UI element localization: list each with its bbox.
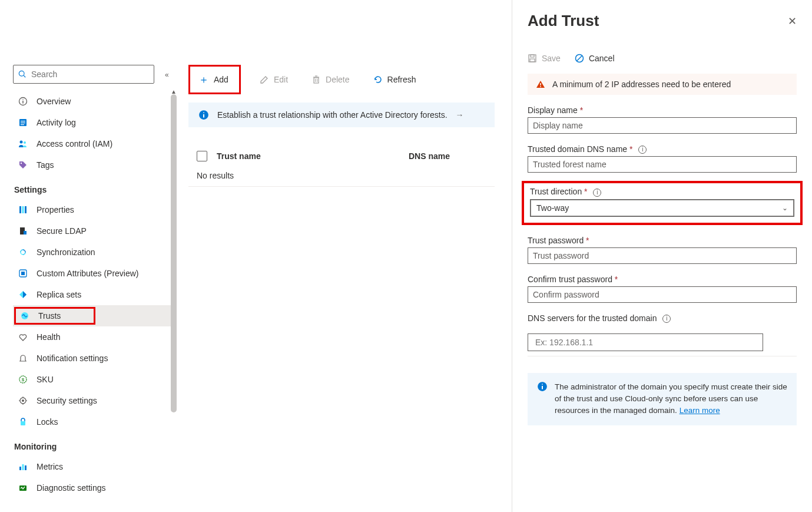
svg-rect-31 — [25, 465, 26, 470]
access-control-icon — [18, 138, 28, 149]
sidebar-item-replica-sets[interactable]: Replica sets — [13, 284, 171, 305]
sidebar-item-label: Diagnostic settings — [37, 483, 106, 493]
sidebar-item-tags[interactable]: Tags — [13, 154, 171, 176]
sidebar-item-label: Health — [37, 332, 60, 342]
info-help-icon[interactable]: i — [593, 189, 601, 197]
save-label: Save — [542, 54, 561, 63]
search-box[interactable] — [13, 65, 154, 84]
add-button[interactable]: ＋ Add — [194, 69, 233, 90]
cancel-button[interactable]: Cancel — [575, 54, 615, 63]
learn-more-link[interactable]: Learn more — [680, 406, 720, 415]
sidebar-item-label: Security settings — [37, 396, 97, 405]
admin-info-box: The administrator of the domain you spec… — [528, 373, 797, 425]
panel-title: Add Trust — [528, 12, 599, 30]
sidebar-item-access-control[interactable]: Access control (IAM) — [13, 133, 171, 154]
warning-text: A minimum of 2 IP addresses need to be e… — [552, 80, 731, 89]
sidebar-item-label: Secure LDAP — [37, 226, 87, 236]
search-icon — [18, 70, 26, 78]
cancel-icon — [575, 54, 584, 63]
sidebar-item-label: Synchronization — [37, 247, 95, 257]
confirm-password-label: Confirm trust password * — [528, 275, 797, 284]
sidebar-item-metrics[interactable]: Metrics — [13, 456, 171, 477]
trust-direction-label: Trust direction * i — [530, 187, 794, 196]
sidebar-item-locks[interactable]: Locks — [13, 411, 171, 432]
sidebar-item-security-settings[interactable]: Security settings — [13, 390, 171, 411]
replica-sets-icon — [18, 289, 28, 300]
info-help-icon[interactable]: i — [638, 146, 647, 154]
dns-servers-input[interactable] — [528, 333, 763, 351]
sidebar: « ▲ Overview Activity log Access contro — [0, 0, 171, 512]
close-icon[interactable]: ✕ — [788, 15, 797, 28]
sidebar-section-settings: Settings — [13, 176, 171, 199]
sidebar-item-properties[interactable]: Properties — [13, 199, 171, 220]
sidebar-item-synchronization[interactable]: Synchronization — [13, 242, 171, 263]
warning-bar: A minimum of 2 IP addresses need to be e… — [528, 74, 797, 95]
chevron-down-icon: ⌄ — [782, 204, 788, 212]
trust-password-label: Trust password * — [528, 236, 797, 245]
delete-button[interactable]: Delete — [307, 71, 354, 88]
delete-label: Delete — [326, 75, 349, 84]
sidebar-item-label: Metrics — [37, 462, 63, 471]
svg-point-9 — [20, 141, 23, 144]
svg-rect-42 — [531, 55, 534, 57]
plus-icon: ＋ — [198, 72, 209, 87]
sidebar-item-trusts[interactable]: Trusts — [13, 305, 171, 326]
svg-rect-29 — [19, 467, 21, 470]
refresh-button[interactable]: Refresh — [369, 71, 421, 88]
locks-icon — [18, 417, 28, 427]
svg-rect-30 — [22, 464, 24, 470]
arrow-right-icon[interactable]: → — [456, 110, 464, 120]
sidebar-item-label: SKU — [37, 375, 54, 384]
svg-point-10 — [24, 141, 26, 144]
svg-point-0 — [19, 71, 24, 76]
sidebar-item-activity-log[interactable]: Activity log — [13, 112, 171, 133]
column-trust-name[interactable]: Trust name — [217, 151, 399, 161]
sidebar-item-sku[interactable]: $ SKU — [13, 369, 171, 390]
notification-icon — [18, 353, 28, 364]
sidebar-item-diagnostic-settings[interactable]: Diagnostic settings — [13, 477, 171, 498]
security-icon — [18, 395, 28, 406]
display-name-input[interactable] — [528, 117, 797, 134]
sidebar-item-secure-ldap[interactable]: Secure LDAP — [13, 220, 171, 242]
svg-rect-14 — [25, 206, 26, 213]
collapse-sidebar-icon[interactable]: « — [165, 71, 169, 79]
sidebar-item-overview[interactable]: Overview — [13, 91, 171, 112]
health-icon — [18, 332, 28, 342]
refresh-label: Refresh — [387, 75, 416, 84]
trust-password-input[interactable] — [528, 247, 797, 264]
svg-rect-13 — [22, 206, 24, 213]
metrics-icon — [18, 461, 28, 472]
sidebar-item-notification-settings[interactable]: Notification settings — [13, 348, 171, 369]
sidebar-item-custom-attributes[interactable]: Custom Attributes (Preview) — [13, 263, 171, 284]
sidebar-item-label: Activity log — [37, 118, 76, 127]
sidebar-item-label: Overview — [37, 97, 71, 106]
sidebar-item-label: Locks — [37, 417, 58, 427]
trusts-icon — [19, 310, 30, 321]
column-dns-name[interactable]: DNS name — [409, 151, 450, 161]
secure-ldap-icon — [18, 226, 28, 236]
select-all-checkbox[interactable] — [197, 151, 207, 161]
svg-rect-43 — [530, 59, 535, 62]
overview-icon — [18, 96, 28, 107]
info-box-text: The administrator of the domain you spec… — [555, 382, 787, 415]
trust-direction-value: Two-way — [536, 203, 569, 213]
svg-line-45 — [577, 56, 582, 61]
info-help-icon[interactable]: i — [662, 315, 671, 323]
edit-button[interactable]: Edit — [255, 71, 293, 88]
svg-rect-18 — [21, 272, 25, 275]
save-button[interactable]: Save — [528, 54, 561, 63]
sidebar-item-label: Access control (IAM) — [37, 139, 112, 148]
sidebar-item-label: Properties — [37, 205, 74, 214]
dns-name-input[interactable] — [528, 156, 797, 173]
dns-servers-label: DNS servers for the trusted domain i — [528, 313, 797, 323]
banner-text: Establish a trust relationship with othe… — [217, 110, 448, 120]
confirm-password-input[interactable] — [528, 286, 797, 303]
refresh-icon — [373, 75, 383, 84]
no-results-row: No results — [188, 161, 495, 187]
synchronization-icon — [18, 247, 28, 257]
trust-direction-select[interactable]: Two-way ⌄ — [530, 199, 794, 217]
sidebar-item-health[interactable]: Health — [13, 326, 171, 348]
search-input[interactable] — [31, 70, 149, 79]
svg-point-23 — [22, 399, 24, 402]
cancel-label: Cancel — [589, 54, 615, 63]
